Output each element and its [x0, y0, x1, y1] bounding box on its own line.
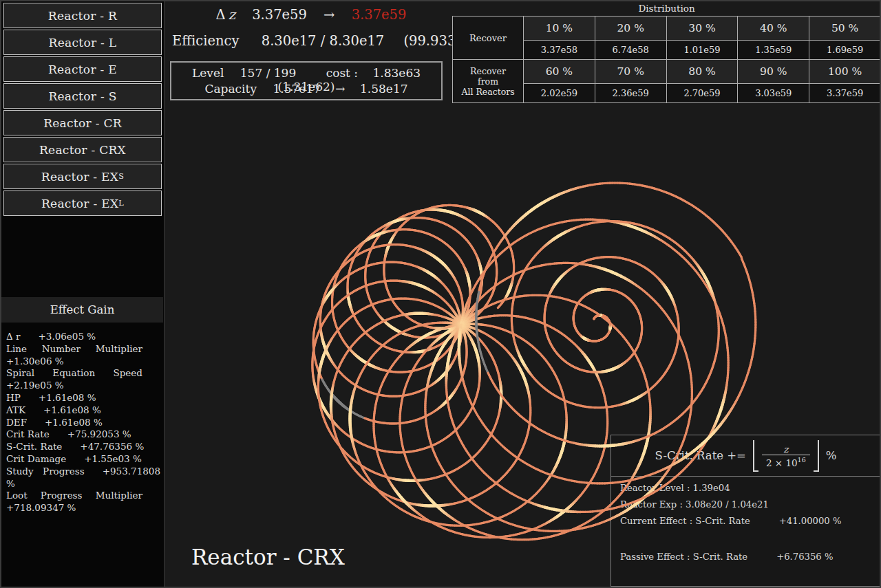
- effect-label: S-Crit. Rate: [6, 441, 62, 452]
- effect-label: Δ r: [6, 331, 21, 342]
- efficiency-label: Efficiency: [172, 33, 240, 49]
- cost-label: cost :: [326, 66, 358, 80]
- reactor-button-label: Reactor - L: [49, 36, 117, 50]
- effect-value: +718.09347 %: [6, 502, 76, 513]
- game-window: Reactor - RReactor - LReactor - EReactor…: [0, 0, 881, 588]
- sidebar-item-s[interactable]: Reactor - S: [3, 83, 162, 109]
- distribution-pct-cell[interactable]: 10 %: [524, 17, 595, 41]
- formula-denominator: 2 × 1016: [762, 455, 810, 468]
- reactor-stat-line: Passive Effect : S-Crit. Rate+6.76356 %: [620, 532, 871, 562]
- distribution-pct-cell[interactable]: 60 %: [524, 60, 595, 84]
- effect-label: Spiral Equation Speed: [6, 367, 142, 378]
- distribution-pct-cell[interactable]: 80 %: [666, 60, 738, 84]
- effect-gain-entry: ATK+1.61e08 %: [6, 404, 160, 417]
- recover-label-line: All Reactors: [453, 87, 523, 97]
- sidebar-item-l[interactable]: Reactor - L: [3, 30, 162, 55]
- reactor-button-label: Reactor - S: [48, 89, 116, 103]
- distribution-value-cell: 1.35e59: [738, 41, 809, 60]
- reactor-button-list: Reactor - RReactor - LReactor - EReactor…: [1, 1, 164, 216]
- capacity-to: 1.58e17: [360, 82, 408, 96]
- effect-label: Line Number Multiplier: [6, 343, 142, 354]
- distribution-value-cell: 6.74e58: [595, 41, 666, 60]
- recover-label-line: Recover: [453, 66, 523, 76]
- capacity-label: Capacity: [204, 82, 257, 96]
- effect-gain-entry: S-Crit. Rate+47.76356 %: [6, 441, 160, 453]
- distribution-pct-cell[interactable]: 20 %: [595, 17, 666, 41]
- effect-gain-entry: Crit Rate+75.92053 %: [6, 428, 160, 441]
- reactor-stat-line: Current Effect : S-Crit. Rate+41.00000 %: [620, 516, 871, 526]
- distribution-pct-cell[interactable]: 100 %: [809, 60, 881, 84]
- sidebar-item-r[interactable]: Reactor - R: [3, 3, 162, 28]
- reactor-button-label: Reactor - R: [48, 9, 117, 23]
- floor-bracket-right-icon: [814, 440, 819, 472]
- delta-variable: z: [229, 7, 235, 23]
- reactor-button-label-sub: L: [118, 199, 124, 208]
- sidebar-item-exs[interactable]: Reactor - EXS: [3, 164, 162, 189]
- reactor-button-label: Reactor - EX: [41, 170, 118, 184]
- distribution-value-cell: 3.03e59: [738, 84, 809, 103]
- effect-value: +3.06e05 %: [39, 331, 96, 342]
- distribution-table: Recover10 %20 %30 %40 %50 %3.37e586.74e5…: [452, 16, 881, 103]
- formula-suffix: %: [826, 449, 837, 462]
- delta-to-value: 3.37e59: [352, 7, 407, 23]
- level-label: Level: [192, 66, 224, 80]
- distribution-value-cell: 3.37e59: [809, 84, 881, 103]
- capacity-from: 1.57e17: [273, 82, 321, 96]
- efficiency-value: 8.30e17 / 8.30e17: [262, 33, 385, 49]
- effect-value: +1.30e06 %: [6, 356, 64, 367]
- effect-value: +1.61e08 %: [45, 417, 103, 428]
- distribution-value-cell: 2.70e59: [666, 84, 738, 103]
- effect-label: Crit Rate: [6, 428, 50, 439]
- effect-value: +47.76356 %: [80, 441, 144, 452]
- distribution-value-cell: 1.69e59: [809, 41, 881, 60]
- effect-value: +1.61e08 %: [43, 404, 101, 415]
- stat-label: Reactor Level : 1.39e04: [620, 483, 730, 493]
- capacity-line: Capacity 1.57e17 → 1.58e17: [171, 82, 441, 98]
- effect-gain-entry: Δ r+3.06e05 %: [6, 331, 160, 343]
- effect-label: Loot Progress Multiplier: [6, 490, 142, 501]
- delta-symbol: Δ: [216, 7, 226, 23]
- stat-label: Current Effect : S-Crit. Rate: [620, 516, 750, 526]
- effect-gain-list: Δ r+3.06e05 %Line Number Multiplier+1.30…: [6, 331, 160, 514]
- distribution-pct-cell[interactable]: 90 %: [738, 60, 809, 84]
- sidebar-item-cr[interactable]: Reactor - CR: [3, 110, 162, 135]
- effect-value: +1.55e03 %: [84, 453, 142, 464]
- effect-gain-title: Effect Gain: [50, 303, 115, 316]
- delta-from-value: 3.37e59: [252, 7, 307, 23]
- distribution-value-cell: 3.37e58: [524, 41, 595, 60]
- stat-value: +6.76356 %: [776, 552, 833, 562]
- recover-button-all[interactable]: RecoverfromAll Reactors: [453, 60, 524, 103]
- stat-label: Passive Effect : S-Crit. Rate: [620, 552, 747, 562]
- effect-gain-entry: DEF+1.61e08 %: [6, 417, 160, 429]
- sidebar-item-e[interactable]: Reactor - E: [3, 56, 162, 82]
- distribution-pct-cell[interactable]: 50 %: [809, 17, 881, 41]
- effect-gain-entry: Line Number Multiplier+1.30e06 %: [6, 343, 160, 368]
- sidebar-item-exl[interactable]: Reactor - EXL: [3, 190, 162, 216]
- formula-lhs: S-Crit. Rate +=: [655, 449, 746, 462]
- effect-gain-header: Effect Gain: [1, 297, 163, 323]
- reactor-button-label: Reactor - CRX: [39, 143, 126, 157]
- level-upgrade-box[interactable]: Level 157 / 199 cost : 1.83e63 (1.31e62)…: [170, 61, 443, 100]
- recover-button-single[interactable]: Recover: [453, 17, 524, 60]
- distribution-value-cell: 1.01e59: [666, 41, 738, 60]
- delta-z-row: Δz 3.37e59 → 3.37e59: [173, 7, 449, 23]
- effect-gain-entry: Spiral Equation Speed+2.19e05 %: [6, 367, 160, 392]
- level-value: 157 / 199: [240, 66, 296, 80]
- effect-gain-entry: Crit Damage+1.55e03 %: [6, 453, 160, 466]
- effect-value: +75.92053 %: [67, 428, 131, 439]
- distribution-value-cell: 2.02e59: [524, 84, 595, 103]
- reactor-stat-line: Reactor Exp : 3.08e20 / 1.04e21: [620, 499, 871, 510]
- effect-label: Crit Damage: [6, 453, 66, 464]
- distribution-pct-cell[interactable]: 70 %: [595, 60, 666, 84]
- distribution-value-cell: 2.36e59: [595, 84, 666, 103]
- sidebar-item-crx[interactable]: Reactor - CRX: [3, 137, 162, 162]
- reactor-button-label: Reactor - CR: [43, 116, 122, 130]
- reactor-button-label: Reactor - E: [48, 63, 117, 76]
- distribution-panel: Distribution Recover10 %20 %30 %40 %50 %…: [452, 3, 881, 103]
- distribution-pct-cell[interactable]: 30 %: [666, 17, 738, 41]
- formula-fraction: z 2 × 1016: [762, 444, 810, 468]
- distribution-title: Distribution: [452, 3, 881, 16]
- effect-value: +1.61e08 %: [39, 392, 96, 403]
- distribution-pct-cell[interactable]: 40 %: [738, 17, 809, 41]
- effect-label: DEF: [6, 417, 27, 428]
